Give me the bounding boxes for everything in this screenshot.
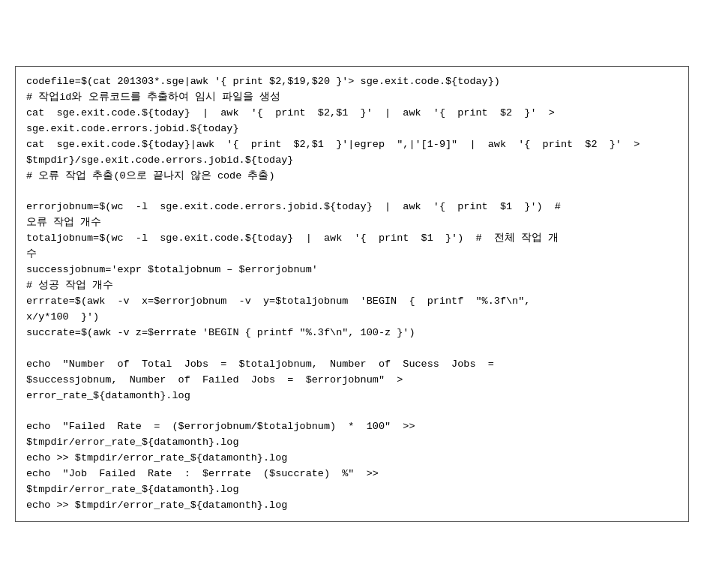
code-block: codefile=$(cat 201303*.sge|awk '{ print … <box>26 74 678 514</box>
code-container: codefile=$(cat 201303*.sge|awk '{ print … <box>15 66 689 522</box>
